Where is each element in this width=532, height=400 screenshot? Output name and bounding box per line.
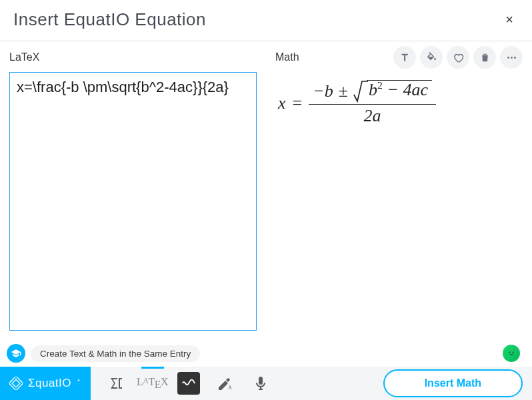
graduation-cap-icon: [11, 348, 21, 359]
speech-tool[interactable]: [249, 372, 272, 395]
fill-button[interactable]: [420, 46, 443, 69]
delete-button[interactable]: [473, 46, 496, 69]
tip-text[interactable]: Create Text & Math in the Same Entry: [31, 345, 200, 362]
text-style-icon: [399, 52, 411, 63]
insert-math-button[interactable]: Insert Math: [383, 369, 523, 397]
paint-bucket-icon: [426, 52, 437, 63]
latex-label: LaTeX: [9, 51, 39, 63]
editor-body: LaTeX Math: [0, 41, 532, 340]
graph-tool[interactable]: [177, 372, 200, 395]
svg-rect-5: [119, 379, 120, 388]
feedback-button[interactable]: [503, 345, 520, 362]
radicand-exp: 2: [377, 79, 383, 91]
more-icon: [506, 52, 517, 63]
svg-rect-3: [9, 377, 23, 390]
chevron-up-icon: ˄: [77, 379, 81, 388]
svg-text:A: A: [228, 385, 232, 391]
latex-input[interactable]: [9, 72, 257, 331]
smiley-icon: [506, 348, 517, 359]
latex-pane: LaTeX: [0, 41, 266, 340]
eq-plus-minus: ±: [339, 81, 348, 101]
eq-denominator: 2a: [360, 105, 385, 127]
eq-lhs: x: [278, 93, 286, 113]
tip-bar: Create Text & Math in the Same Entry: [0, 340, 532, 367]
pen-icon: A: [217, 376, 233, 391]
equation-editor-tool[interactable]: [105, 372, 128, 395]
svg-rect-4: [12, 379, 20, 387]
eq-sign: =: [293, 93, 303, 113]
sigma-icon: [109, 377, 125, 390]
more-button[interactable]: [500, 46, 523, 69]
latex-icon: LATEX: [137, 376, 168, 391]
eq-sqrt: b2 − 4ac: [353, 80, 432, 103]
microphone-icon: [254, 376, 267, 391]
brand-logo-icon: [9, 377, 23, 390]
favorite-button[interactable]: [447, 46, 469, 69]
eq-fraction: −b ± b2 − 4ac 2a: [309, 79, 436, 127]
latex-tool[interactable]: LATEX: [141, 372, 164, 395]
radical-icon: [353, 80, 368, 103]
graph-icon: [181, 376, 196, 391]
svg-rect-7: [259, 377, 263, 385]
window-title: Insert EquatIO Equation: [13, 9, 206, 30]
tip-icon-button[interactable]: [7, 344, 25, 363]
radicand-rest: − 4ac: [383, 80, 428, 99]
brand-menu[interactable]: ΣquatIO ˄: [0, 367, 91, 400]
delete-icon: [479, 52, 491, 63]
svg-point-1: [511, 57, 513, 59]
math-pane: Math: [266, 41, 532, 340]
favorite-icon: [453, 52, 464, 63]
math-preview: x = −b ± b2 − 4ac: [275, 72, 523, 331]
brand-label: ΣquatIO: [28, 377, 71, 390]
svg-point-2: [514, 57, 516, 59]
svg-point-0: [507, 57, 509, 59]
radicand-b: b: [369, 80, 377, 99]
titlebar: Insert EquatIO Equation ×: [0, 0, 532, 41]
close-button[interactable]: ×: [500, 9, 519, 30]
bottom-toolbar: ΣquatIO ˄ LATEX A Insert Math: [0, 367, 532, 400]
eq-minus-b: −b: [313, 81, 333, 101]
handwriting-tool[interactable]: A: [213, 372, 236, 395]
text-style-button[interactable]: [393, 46, 416, 69]
math-label: Math: [275, 51, 299, 63]
